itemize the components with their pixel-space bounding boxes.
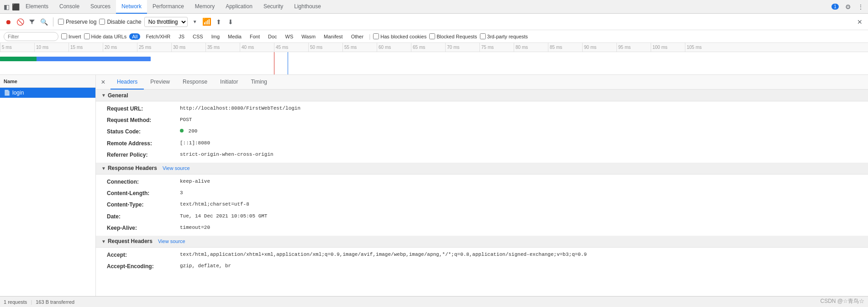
tab-console[interactable]: Console [54,0,85,14]
devtools-tab-bar: ◧ ⬛ Elements Console Sources Network Per… [0,0,868,14]
general-section-header[interactable]: ▼ General [96,90,868,101]
blocked-requests-label[interactable]: Blocked Requests [429,33,477,39]
watermark: CSDN @☆青鸟☆ [820,297,864,305]
tick-60ms: 60 ms [377,43,411,52]
close-panel-icon[interactable]: ✕ [855,17,864,26]
request-headers-triangle: ▼ [101,239,106,244]
hide-data-urls-checkbox[interactable] [84,33,90,39]
tab-elements[interactable]: Elements [20,0,54,14]
timeline-ruler: 5 ms 10 ms 15 ms 20 ms 25 ms 30 ms 35 ms… [0,43,868,52]
detail-tab-headers[interactable]: Headers [110,75,144,90]
request-headers-section-header[interactable]: ▼ Request Headers View source [96,236,868,248]
tab-sources[interactable]: Sources [85,0,116,14]
throttle-arrow[interactable]: ▼ [190,17,200,26]
filter-btn-manifest[interactable]: Manifest [321,33,346,40]
response-headers-view-source[interactable]: View source [163,165,190,171]
response-header-content-type: Content-Type: text/html;charset=utf-8 [96,199,868,211]
response-header-content-length: Content-Length: 3 [96,188,868,199]
request-list-header: Name [0,75,95,88]
toolbar-divider-1 [53,17,53,26]
filter-btn-css[interactable]: CSS [190,33,206,40]
detail-tab-response[interactable]: Response [176,75,214,90]
blocked-requests-checkbox[interactable] [429,33,435,39]
filter-btn-font[interactable]: Font [247,33,263,40]
detail-tab-preview[interactable]: Preview [144,75,176,90]
timeline-bar[interactable]: 5 ms 10 ms 15 ms 20 ms 25 ms 30 ms 35 ms… [0,43,868,75]
response-headers-triangle: ▼ [101,166,106,171]
tick-80ms: 80 ms [514,43,548,52]
filter-input[interactable] [4,32,58,41]
tick-10ms: 10 ms [34,43,68,52]
status-code-row: Status Code: 200 [96,126,868,138]
tab-performance[interactable]: Performance [147,0,189,14]
response-header-keep-alive: Keep-Alive: timeout=20 [96,222,868,234]
filter-icon[interactable] [27,17,37,26]
filter-bar: Invert Hide data URLs All Fetch/XHR JS C… [0,30,868,43]
referrer-policy-row: Referrer Policy: strict-origin-when-cros… [96,149,868,161]
tick-30ms: 30 ms [171,43,205,52]
has-blocked-cookies-checkbox[interactable] [373,33,379,39]
devtools-icon-2[interactable]: ⬛ [11,2,20,11]
tick-90ms: 90 ms [582,43,616,52]
download-icon[interactable]: ⬇ [226,17,235,26]
tick-65ms: 65 ms [411,43,445,52]
record-button[interactable]: ⏺ [4,17,13,26]
doc-icon: 📄 [4,90,11,96]
tick-20ms: 20 ms [103,43,137,52]
third-party-requests-checkbox[interactable] [480,33,486,39]
filter-btn-img[interactable]: Img [209,33,222,40]
badge-count[interactable]: 1 [830,1,841,12]
tab-network[interactable]: Network [116,0,147,14]
filter-btn-ws[interactable]: WS [283,33,296,40]
search-icon[interactable]: 🔍 [39,17,48,26]
disable-cache-label[interactable]: Disable cache [99,19,141,25]
filter-btn-all[interactable]: All [129,33,140,40]
tab-security[interactable]: Security [258,0,289,14]
filter-btn-js[interactable]: JS [176,33,187,40]
invert-checkbox[interactable] [61,33,67,39]
request-item-login[interactable]: 📄 login [0,88,95,98]
detail-tab-timing[interactable]: Timing [244,75,274,90]
close-detail-button[interactable]: × [98,77,109,88]
remote-address-row: Remote Address: [::1]:8080 [96,138,868,149]
devtools-icon-1[interactable]: ◧ [2,2,11,11]
filter-btn-other[interactable]: Other [348,33,367,40]
settings-icon[interactable]: ⚙ [842,1,853,12]
request-url-row: Request URL: http://localhost:8080/First… [96,103,868,115]
preserve-log-label[interactable]: Preserve log [58,19,96,25]
tick-25ms: 25 ms [137,43,171,52]
filter-btn-fetchxhr[interactable]: Fetch/XHR [143,33,173,40]
request-bar-login-waiting [0,57,37,61]
request-headers-section-body: Accept: text/html,application/xhtml+xml,… [96,248,868,274]
request-headers-view-source[interactable]: View source [158,238,185,244]
tick-95ms: 95 ms [616,43,651,52]
response-headers-section-header[interactable]: ▼ Response Headers View source [96,163,868,175]
tab-application[interactable]: Application [220,0,258,14]
tab-memory[interactable]: Memory [189,0,220,14]
tick-70ms: 70 ms [445,43,479,52]
invert-label[interactable]: Invert [61,33,81,39]
tick-15ms: 15 ms [68,43,103,52]
filter-btn-wasm[interactable]: Wasm [299,33,318,40]
status-divider: | [31,299,32,305]
clear-button[interactable]: 🚫 [16,17,25,26]
tick-35ms: 35 ms [205,43,240,52]
filter-btn-media[interactable]: Media [225,33,244,40]
status-bar: 1 requests | 163 B transferred [0,296,868,307]
response-header-connection: Connection: keep-alive [96,176,868,188]
third-party-requests-label[interactable]: 3rd-party requests [480,33,528,39]
filter-btn-doc[interactable]: Doc [265,33,280,40]
response-header-date: Date: Tue, 14 Dec 2021 10:05:05 GMT [96,211,868,222]
wifi-icon[interactable]: 📶 [202,17,211,26]
tab-lighthouse[interactable]: Lighthouse [289,0,326,14]
preserve-log-checkbox[interactable] [58,19,64,25]
hide-data-urls-label[interactable]: Hide data URLs [84,33,127,39]
tick-100ms: 100 ms [651,43,685,52]
throttle-select[interactable]: No throttling [144,17,188,27]
detail-pane: × Headers Preview Response Initiator Tim… [96,75,868,307]
detail-tab-initiator[interactable]: Initiator [214,75,244,90]
has-blocked-cookies-label[interactable]: Has blocked cookies [373,33,426,39]
upload-icon[interactable]: ⬆ [214,17,223,26]
more-icon[interactable]: ⋮ [855,1,866,12]
disable-cache-checkbox[interactable] [99,19,105,25]
